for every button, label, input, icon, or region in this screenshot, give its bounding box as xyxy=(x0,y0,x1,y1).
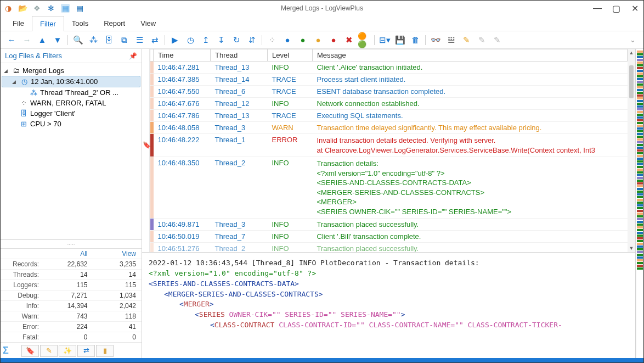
minimize-button[interactable]: — xyxy=(592,3,603,14)
play-icon[interactable]: ▶ xyxy=(168,33,182,47)
app-icon: ◑ xyxy=(4,4,13,13)
splitter-grip[interactable]: ····· xyxy=(1,239,142,248)
toolbar: ← → ▲ ▼ 🔍 ⁂ 🗄 ⧉ ☰ ⇄ ▶ ◷ ↥ ↧ ↻ ⇵ ⁘ ● ● ● … xyxy=(1,31,643,49)
stats-row: Loggers:115115 xyxy=(1,280,142,291)
thread-icon: ⁂ xyxy=(29,88,38,97)
sidebar-title: Log Files & Filters xyxy=(5,52,62,60)
menu-filter[interactable]: Filter xyxy=(32,16,64,31)
time-up-icon[interactable]: ↥ xyxy=(199,33,212,47)
log-row[interactable]: 10:46:48.350 Thread_2 INFO Transaction d… xyxy=(150,157,628,219)
level-multi-icon[interactable]: 🟠🟢 xyxy=(358,33,371,47)
log-row[interactable]: 10:46:47.385 Thread_14 TRACE Process sta… xyxy=(150,74,628,86)
log-row[interactable]: 10:46:47.786 Thread_13 TRACE Executing S… xyxy=(150,110,628,122)
copy-icon[interactable]: ⧉ xyxy=(117,33,131,47)
log-row[interactable]: 10:46:48.058 Thread_3 WARN Transaction t… xyxy=(150,122,628,134)
note-btn[interactable]: ▮ xyxy=(96,345,114,357)
collapse-up-icon[interactable]: ▲ xyxy=(36,33,49,47)
tree-root[interactable]: ◢🗂 Merged Logs xyxy=(2,65,140,76)
log-row[interactable]: 10:46:47.676 Thread_12 INFO Network conn… xyxy=(150,98,628,110)
stats-col-all[interactable]: All xyxy=(44,249,93,259)
merge-icon: 🗂 xyxy=(12,66,20,75)
menu-tools[interactable]: Tools xyxy=(64,16,96,31)
stats-row: Fatal:00 xyxy=(1,332,142,343)
nav-forward-icon[interactable]: → xyxy=(20,33,33,47)
level-warn-icon[interactable]: ● xyxy=(312,33,325,47)
log-row[interactable]: 10:46:50.019 Thread_7 INFO Client '.Bill… xyxy=(150,231,628,243)
stats-col-view[interactable]: View xyxy=(93,249,142,259)
col-time[interactable]: Time xyxy=(154,49,211,62)
stats-row: Debug:7,2711,034 xyxy=(1,291,142,301)
tree-logger[interactable]: 🗄 Logger 'Client' xyxy=(2,108,140,119)
tree-wef[interactable]: ⁘ WARN, ERROR, FATAL xyxy=(2,98,140,108)
sync-btn[interactable]: ⇄ xyxy=(77,345,95,357)
settings-icon[interactable]: ✻ xyxy=(47,4,55,13)
stats-table: All View Records:22,6323,235Threads:1414… xyxy=(1,248,142,343)
list-icon[interactable]: ▤ xyxy=(75,4,84,13)
goggles-icon[interactable]: 👓 xyxy=(429,33,442,47)
vertical-scrollbar[interactable]: ▲▼ xyxy=(628,49,635,252)
level-all-icon[interactable]: ⁘ xyxy=(265,33,279,47)
open-icon[interactable]: 📂 xyxy=(18,4,27,13)
regex-icon[interactable]: ⁂ xyxy=(87,33,100,47)
menu-report[interactable]: Report xyxy=(96,16,133,31)
stats-row: Threads:1414 xyxy=(1,270,142,280)
tree-thread[interactable]: ⁂ Thread 'Thread_2' OR ... xyxy=(2,87,140,98)
highlight1-icon[interactable]: ✎ xyxy=(475,33,488,47)
select-icon[interactable]: ⊟▾ xyxy=(378,33,391,47)
filter-tree: ◢🗂 Merged Logs ◢◷ 12 Jan, 10:36:41.000 ⁂… xyxy=(1,63,142,239)
log-grid[interactable]: Time Thread Level Message 10:46:47.281 T… xyxy=(150,49,628,252)
sidebar-buttons: Σ 🔖 ✎ ✨ ⇄ ▮ xyxy=(1,343,142,358)
toolbar-overflow-icon[interactable]: ⌄ xyxy=(626,36,639,44)
log-row[interactable]: 10:46:48.222 Thread_1 ERROR Invalid tran… xyxy=(150,134,628,157)
db-icon[interactable]: 🗄 xyxy=(102,33,115,47)
level-error-icon[interactable]: ● xyxy=(327,33,340,47)
clock-icon: ◷ xyxy=(20,77,29,86)
statusbar xyxy=(1,358,643,362)
list1-icon[interactable]: ☰ xyxy=(133,33,146,47)
log-row[interactable]: 10:46:49.871 Thread_3 INFO Transaction p… xyxy=(150,219,628,231)
sidebar: Log Files & Filters 📌 ◢🗂 Merged Logs ◢◷ … xyxy=(1,49,142,358)
detail-header: 2022-01-12 10:36:43,544 [Thread_8] INFO … xyxy=(149,258,629,269)
logger-icon: 🗄 xyxy=(19,109,28,118)
log-row[interactable]: 10:46:51.276 Thread_2 INFO Transaction p… xyxy=(150,243,628,252)
columns-icon[interactable]: ▦ xyxy=(61,4,70,13)
col-level[interactable]: Level xyxy=(268,49,313,62)
window-title: Merged Logs - LogViewPlus xyxy=(1,4,643,12)
cpu-icon: ⊞ xyxy=(19,120,28,128)
level-fatal-icon[interactable]: ✖ xyxy=(342,33,355,47)
menubar: File Filter Tools Report View xyxy=(1,16,643,31)
edit-btn[interactable]: ✎ xyxy=(40,345,58,357)
bookmark-icon[interactable]: 🔖 xyxy=(143,141,149,149)
menu-file[interactable]: File xyxy=(5,16,32,31)
minimap[interactable] xyxy=(636,49,643,358)
list2-icon[interactable]: ⇄ xyxy=(148,33,161,47)
nav-back-icon[interactable]: ← xyxy=(5,33,18,47)
maximize-button[interactable]: ▢ xyxy=(611,3,622,14)
log-row[interactable]: 10:46:47.281 Thread_13 INFO Client '.Ali… xyxy=(150,62,628,74)
level-info-icon[interactable]: ● xyxy=(296,33,309,47)
tune-icon[interactable]: 𝍎 xyxy=(444,33,457,47)
wand-btn[interactable]: ✨ xyxy=(59,345,76,357)
bookmark-btn[interactable]: 🔖 xyxy=(21,345,39,357)
sigma-icon[interactable]: Σ xyxy=(3,345,18,356)
log-row[interactable]: 10:46:47.550 Thread_6 TRACE ESENT databa… xyxy=(150,86,628,98)
edit-icon[interactable]: ✎ xyxy=(460,33,473,47)
pin-icon[interactable]: 📌 xyxy=(129,52,137,60)
time-down-icon[interactable]: ↧ xyxy=(214,33,228,47)
col-thread[interactable]: Thread xyxy=(211,49,268,62)
level-debug-icon[interactable]: ● xyxy=(281,33,294,47)
col-message[interactable]: Message xyxy=(313,49,628,62)
tree-cpu[interactable]: ⊞ CPU > 70 xyxy=(2,119,140,129)
layers-icon[interactable]: ❖ xyxy=(32,4,41,13)
delete-icon[interactable]: 🗑 xyxy=(409,33,422,47)
highlight2-icon[interactable]: ✎ xyxy=(490,33,504,47)
collapse-down-icon[interactable]: ▼ xyxy=(51,33,64,47)
clock-icon[interactable]: ◷ xyxy=(184,33,197,47)
refresh-icon[interactable]: ↻ xyxy=(230,33,243,47)
sort-icon[interactable]: ⇵ xyxy=(245,33,258,47)
tree-date[interactable]: ◢◷ 12 Jan, 10:36:41.000 xyxy=(2,76,140,87)
search-icon[interactable]: 🔍 xyxy=(71,33,84,47)
menu-view[interactable]: View xyxy=(133,16,163,31)
close-button[interactable]: ✕ xyxy=(629,3,640,14)
save-icon[interactable]: 💾 xyxy=(393,33,406,47)
